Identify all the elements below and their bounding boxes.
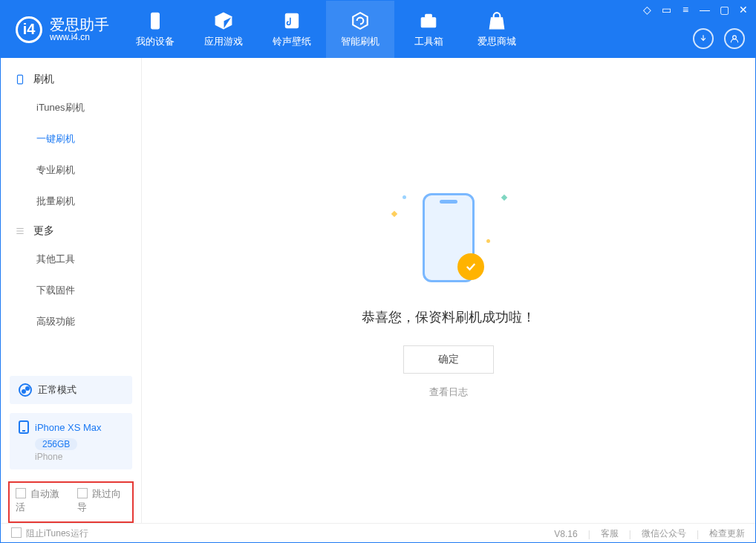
svg-rect-5 (18, 75, 23, 84)
version-label: V8.16 (554, 529, 577, 539)
sidebar-item-download-firmware[interactable]: 下载固件 (1, 275, 141, 306)
group-title: 刷机 (33, 73, 54, 86)
bag-icon (487, 11, 506, 30)
nav-label: 应用游戏 (204, 35, 243, 48)
support-link[interactable]: 客服 (601, 527, 619, 540)
device-storage-badge: 256GB (35, 438, 77, 450)
feedback-icon[interactable]: ▭ (660, 4, 672, 16)
close-button[interactable]: ✕ (737, 4, 749, 16)
svg-point-4 (733, 36, 737, 39)
svg-rect-1 (285, 13, 298, 28)
music-icon (282, 11, 302, 30)
block-itunes-checkbox[interactable]: 阻止iTunes运行 (11, 527, 88, 540)
download-button[interactable] (693, 28, 714, 49)
header-actions (693, 28, 745, 49)
sidebar-item-one-click-flash[interactable]: 一键刷机 (1, 123, 141, 155)
nav-ringtones[interactable]: 铃声壁纸 (258, 1, 326, 58)
svg-rect-2 (421, 17, 436, 27)
nav-label: 工具箱 (414, 35, 443, 48)
nav-label: 铃声壁纸 (273, 35, 311, 48)
nav-toolbox[interactable]: 工具箱 (394, 1, 463, 58)
flash-options-highlighted: 自动激活 跳过向导 (8, 481, 134, 523)
nav-label: 智能刷机 (341, 35, 379, 48)
nav-label: 我的设备 (136, 35, 175, 48)
list-icon (14, 225, 26, 237)
cube-icon (214, 11, 233, 30)
mode-icon (19, 383, 32, 397)
nav-smart-flash[interactable]: 智能刷机 (326, 1, 394, 58)
mode-label: 正常模式 (38, 383, 76, 397)
device-info-panel[interactable]: iPhone XS Max 256GB iPhone (10, 413, 132, 469)
nav-label: 爱思商城 (478, 35, 516, 48)
app-url: www.i4.cn (50, 33, 109, 42)
main-nav: 我的设备 应用游戏 铃声壁纸 智能刷机 工具箱 爱思商城 (121, 1, 531, 58)
check-badge-icon (457, 253, 484, 280)
sidebar-item-batch-flash[interactable]: 批量刷机 (1, 186, 141, 217)
nav-my-device[interactable]: 我的设备 (121, 1, 189, 58)
svg-rect-0 (151, 13, 160, 29)
sidebar-item-itunes-flash[interactable]: iTunes刷机 (1, 92, 141, 123)
status-bar: 阻止iTunes运行 V8.16 | 客服 | 微信公众号 | 检查更新 (1, 523, 755, 543)
auto-activate-checkbox[interactable]: 自动激活 (16, 487, 65, 514)
confirm-button[interactable]: 确定 (403, 345, 494, 374)
group-title: 更多 (33, 224, 54, 238)
device-icon (146, 11, 165, 30)
sidebar-item-other-tools[interactable]: 其他工具 (1, 244, 141, 275)
refresh-hex-icon (351, 11, 370, 30)
phone-icon (19, 420, 29, 434)
nav-store[interactable]: 爱思商城 (463, 1, 531, 58)
sidebar-item-advanced[interactable]: 高级功能 (1, 306, 141, 337)
success-illustration (374, 182, 523, 293)
view-log-link[interactable]: 查看日志 (429, 386, 468, 399)
main-content: 恭喜您，保资料刷机成功啦！ 确定 查看日志 (142, 58, 755, 523)
check-update-link[interactable]: 检查更新 (709, 527, 745, 540)
menu-icon[interactable]: ≡ (680, 4, 691, 16)
wechat-link[interactable]: 微信公众号 (642, 527, 686, 540)
app-logo: i4 爱思助手 www.i4.cn (1, 16, 121, 43)
app-name: 爱思助手 (50, 16, 109, 33)
title-bar: i4 爱思助手 www.i4.cn 我的设备 应用游戏 铃声壁纸 智能刷机 工具… (1, 1, 755, 58)
sidebar-group-more[interactable]: 更多 (1, 217, 141, 244)
sidebar-item-pro-flash[interactable]: 专业刷机 (1, 155, 141, 186)
device-mode-panel[interactable]: 正常模式 (10, 376, 132, 404)
svg-rect-3 (426, 14, 432, 17)
toolbox-icon (419, 11, 438, 30)
device-type: iPhone (35, 452, 123, 462)
success-message: 恭喜您，保资料刷机成功啦！ (362, 308, 535, 326)
minimize-button[interactable]: ― (699, 4, 711, 16)
sidebar: 刷机 iTunes刷机 一键刷机 专业刷机 批量刷机 更多 其他工具 下载固件 … (1, 58, 142, 523)
nav-apps-games[interactable]: 应用游戏 (189, 1, 258, 58)
logo-icon: i4 (16, 16, 42, 43)
skip-wizard-checkbox[interactable]: 跳过向导 (77, 487, 127, 514)
maximize-button[interactable]: ▢ (718, 4, 730, 16)
account-button[interactable] (724, 28, 745, 49)
skin-icon[interactable]: ◇ (641, 4, 653, 16)
phone-outline-icon (14, 74, 26, 85)
device-name: iPhone XS Max (35, 422, 102, 433)
sidebar-group-flash[interactable]: 刷机 (1, 65, 141, 92)
window-controls: ◇ ▭ ≡ ― ▢ ✕ (641, 4, 749, 16)
